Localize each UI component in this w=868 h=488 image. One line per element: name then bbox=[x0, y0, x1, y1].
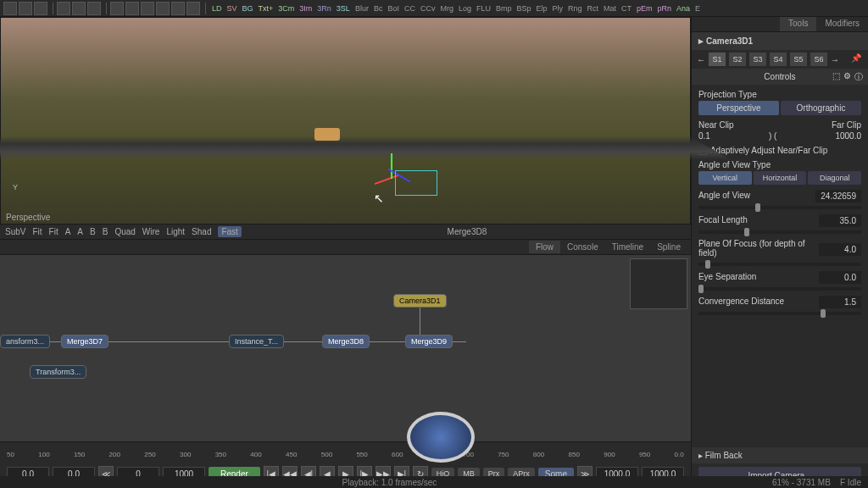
film-back-section[interactable]: ▸ Film Back bbox=[692, 447, 868, 463]
camera-wireframe[interactable] bbox=[395, 170, 437, 196]
vt-shad[interactable]: Shad bbox=[192, 227, 211, 236]
cut-icon[interactable] bbox=[57, 2, 70, 15]
focal-value[interactable]: 35.0 bbox=[819, 214, 861, 227]
layout2-icon[interactable] bbox=[125, 2, 139, 15]
tool-cc[interactable]: CC bbox=[402, 2, 418, 15]
tool-prn[interactable]: pRn bbox=[655, 2, 675, 15]
tool-ana[interactable]: Ana bbox=[674, 2, 693, 15]
far-clip-value[interactable]: 1000.0 bbox=[835, 131, 861, 141]
aov-slider[interactable] bbox=[698, 206, 861, 209]
tool-bg[interactable]: BG bbox=[240, 2, 256, 15]
new-icon[interactable] bbox=[3, 2, 17, 15]
vt-quad[interactable]: Quad bbox=[114, 227, 135, 236]
node-transform3a[interactable]: ansform3... bbox=[0, 335, 50, 348]
near-clip-value[interactable]: 0.1 bbox=[698, 131, 710, 141]
node-merge3d9[interactable]: Merge3D9 bbox=[405, 335, 453, 348]
viewport-3d[interactable]: ↖ Y Perspective bbox=[0, 17, 691, 225]
layout4-icon[interactable] bbox=[156, 2, 170, 15]
vertical-button[interactable]: Vertical bbox=[698, 171, 752, 185]
tab-timeline[interactable]: Timeline bbox=[605, 241, 650, 253]
tool-3sl[interactable]: 3SL bbox=[334, 2, 353, 15]
state-s3[interactable]: S3 bbox=[749, 53, 766, 66]
tool-rng[interactable]: Rng bbox=[565, 2, 585, 15]
tool-bsp[interactable]: BSp bbox=[514, 2, 533, 15]
tool-3cm[interactable]: 3Cm bbox=[275, 2, 297, 15]
pof-slider[interactable] bbox=[698, 263, 861, 266]
layout6-icon[interactable] bbox=[186, 2, 200, 15]
tab-tools[interactable]: Tools bbox=[780, 17, 816, 31]
node-merge3d7[interactable]: Merge3D7 bbox=[61, 335, 108, 348]
save-icon[interactable] bbox=[34, 2, 47, 15]
axis-y-icon[interactable] bbox=[391, 153, 392, 179]
flow-navigator[interactable] bbox=[630, 258, 687, 309]
pin-icon[interactable]: 📌 bbox=[851, 53, 863, 65]
script-icon[interactable]: ⬚ bbox=[832, 71, 840, 83]
tool-sv[interactable]: SV bbox=[225, 2, 240, 15]
tool-ld[interactable]: LD bbox=[209, 2, 225, 15]
state-s2[interactable]: S2 bbox=[729, 53, 746, 66]
paste-icon[interactable] bbox=[87, 2, 101, 15]
vt-b1[interactable]: B bbox=[90, 227, 96, 236]
arrow-right-icon[interactable]: → bbox=[831, 55, 839, 64]
tool-log[interactable]: Log bbox=[456, 2, 474, 15]
node-merge3d8[interactable]: Merge3D8 bbox=[322, 335, 370, 348]
conv-slider[interactable] bbox=[698, 312, 861, 315]
layout1-icon[interactable] bbox=[110, 2, 124, 15]
diagonal-button[interactable]: Diagonal bbox=[808, 171, 861, 185]
tool-e[interactable]: E bbox=[693, 2, 703, 15]
tool-bol[interactable]: BoI bbox=[385, 2, 402, 15]
perspective-button[interactable]: Perspective bbox=[698, 101, 779, 115]
aov-value[interactable]: 24.32659 bbox=[815, 190, 861, 202]
tab-console[interactable]: Console bbox=[560, 241, 605, 253]
copy-icon[interactable] bbox=[72, 2, 86, 15]
tool-mrg[interactable]: Mrg bbox=[437, 2, 456, 15]
tool-flu[interactable]: FLU bbox=[474, 2, 493, 15]
tool-blur[interactable]: Blur bbox=[353, 2, 371, 15]
vt-wire[interactable]: Wire bbox=[142, 227, 160, 236]
vt-a1[interactable]: A bbox=[65, 227, 71, 236]
tab-flow[interactable]: Flow bbox=[529, 241, 560, 253]
flow-editor[interactable]: ansform3... Transform3... Merge3D7 Insta… bbox=[0, 255, 691, 441]
pof-value[interactable]: 4.0 bbox=[819, 243, 861, 256]
vt-light[interactable]: Light bbox=[166, 227, 185, 236]
tool-rct[interactable]: Rct bbox=[585, 2, 602, 15]
state-s6[interactable]: S6 bbox=[810, 53, 827, 66]
vt-subv[interactable]: SubV bbox=[5, 227, 25, 236]
state-s1[interactable]: S1 bbox=[709, 53, 726, 66]
vt-fast[interactable]: Fast bbox=[218, 226, 241, 237]
node-camera3d1[interactable]: Camera3D1 bbox=[393, 294, 447, 308]
node-transform3b[interactable]: Transform3... bbox=[30, 365, 86, 379]
tool-ccv[interactable]: CCv bbox=[418, 2, 438, 15]
eye-sep-value[interactable]: 0.0 bbox=[819, 271, 861, 284]
tool-elp[interactable]: Elp bbox=[534, 2, 550, 15]
tab-spline[interactable]: Spline bbox=[650, 241, 687, 253]
tool-bmp[interactable]: Bmp bbox=[493, 2, 515, 15]
tool-3rn[interactable]: 3Rn bbox=[314, 2, 334, 15]
tool-ply[interactable]: Ply bbox=[550, 2, 566, 15]
vt-b2[interactable]: B bbox=[103, 227, 108, 236]
vt-a2[interactable]: A bbox=[77, 227, 83, 236]
tool-pem[interactable]: pEm bbox=[634, 2, 655, 15]
tool-mat[interactable]: Mat bbox=[601, 2, 619, 15]
layout5-icon[interactable] bbox=[171, 2, 185, 15]
vt-fit1[interactable]: Fit bbox=[32, 227, 42, 236]
open-icon[interactable] bbox=[19, 2, 32, 15]
layout3-icon[interactable] bbox=[141, 2, 154, 15]
vt-fit2[interactable]: Fit bbox=[49, 227, 58, 236]
tool-txt[interactable]: Txt+ bbox=[256, 2, 276, 15]
info-icon[interactable]: ⓘ bbox=[854, 71, 863, 83]
timeline-ruler[interactable]: 50 100 150 200 250 300 350 400 450 500 5… bbox=[3, 446, 687, 463]
tool-3im[interactable]: 3Im bbox=[297, 2, 314, 15]
horizontal-button[interactable]: Horizontal bbox=[754, 171, 807, 185]
node-instance[interactable]: Instance_T... bbox=[229, 335, 284, 348]
state-s4[interactable]: S4 bbox=[770, 53, 787, 66]
camera-gizmo[interactable] bbox=[374, 153, 442, 204]
state-s5[interactable]: S5 bbox=[790, 53, 807, 66]
tool-bc[interactable]: Bc bbox=[371, 2, 386, 15]
adaptive-check[interactable]: ✓ Adaptively Adjust Near/Far Clip bbox=[698, 146, 861, 155]
orthographic-button[interactable]: Orthographic bbox=[781, 101, 861, 115]
focal-slider[interactable] bbox=[698, 230, 861, 234]
eye-sep-slider[interactable] bbox=[698, 287, 861, 291]
tool-ct[interactable]: CT bbox=[619, 2, 634, 15]
gear-icon[interactable]: ⚙ bbox=[843, 71, 851, 83]
